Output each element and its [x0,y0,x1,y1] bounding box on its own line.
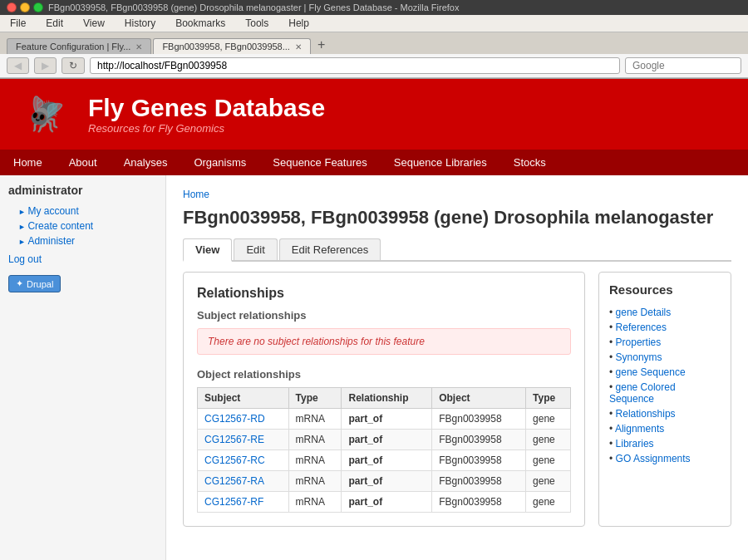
reload-button[interactable]: ↻ [62,57,85,74]
subject-link[interactable]: CG12567-RF [204,496,263,508]
cell-object: FBgn0039958 [432,430,526,450]
subject-relationships-title: Subject relationships [197,309,571,322]
menu-view[interactable]: View [80,17,108,30]
sidebar-link-create-content[interactable]: Create content [8,219,157,233]
drupal-icon: ✦ [16,278,23,289]
content-wrapper: administrator My account Create content … [0,175,748,560]
col-relationship: Relationship [342,388,432,409]
breadcrumb-home[interactable]: Home [183,189,209,200]
sidebar-username: administrator [8,184,157,197]
cell-type: mRNA [288,409,342,430]
cell-otype: gene [526,492,571,513]
col-subject: Subject [198,388,289,409]
site-subtitle: Resources for Fly Genomics [88,122,325,135]
object-relationships-title: Object relationships [197,368,571,381]
menu-tools[interactable]: Tools [242,17,272,30]
resource-link[interactable]: gene Colored Sequence [609,381,676,405]
breadcrumb: Home [183,189,731,200]
sidebar-link-my-account[interactable]: My account [8,204,157,219]
table-row: CG12567-RF mRNA part_of FBgn0039958 gene [198,492,571,513]
menu-help[interactable]: Help [285,17,312,30]
resource-link[interactable]: GO Assignments [616,453,691,464]
resource-link[interactable]: Alignments [615,423,664,435]
maximize-window-button[interactable] [33,2,43,12]
main-nav: Home About Analyses Organisms Sequence F… [0,150,748,175]
cell-object: FBgn0039958 [432,450,526,471]
menu-file[interactable]: File [7,17,29,30]
menu-bar: File Edit View History Bookmarks Tools H… [0,15,748,32]
page-title: FBgn0039958, FBgn0039958 (gene) Drosophi… [183,207,731,228]
nav-sequence-features[interactable]: Sequence Features [259,150,380,175]
cell-relationship: part_of [342,409,432,430]
new-tab-button[interactable]: + [312,36,330,54]
nav-stocks[interactable]: Stocks [500,150,559,175]
list-item: Relationships [609,406,721,421]
sidebar-link-administer[interactable]: Administer [8,233,157,248]
nav-analyses[interactable]: Analyses [111,150,181,175]
table-row: CG12567-RD mRNA part_of FBgn0039958 gene [198,409,571,430]
tab-edit[interactable]: Edit [234,238,277,260]
tab-edit-references[interactable]: Edit References [279,238,381,260]
col-type: Type [288,388,342,409]
nav-home[interactable]: Home [0,150,56,175]
nav-organisms[interactable]: Organisms [180,150,259,175]
menu-bookmarks[interactable]: Bookmarks [172,17,229,30]
tab-2-close[interactable]: ✕ [295,42,302,52]
back-button[interactable]: ◀ [7,57,29,74]
resource-link[interactable]: gene Sequence [616,366,686,378]
table-row: CG12567-RC mRNA part_of FBgn0039958 gene [198,450,571,471]
cell-otype: gene [526,450,571,471]
site-logo: 🪰 [17,87,75,141]
subject-link[interactable]: CG12567-RA [204,475,264,487]
cell-subject: CG12567-RE [198,430,289,450]
close-window-button[interactable] [7,2,17,12]
url-input[interactable] [90,57,620,74]
menu-history[interactable]: History [121,17,159,30]
nav-about[interactable]: About [56,150,111,175]
tab-1[interactable]: Feature Configuration | Fly... ✕ [7,38,151,54]
main-panel: Relationships Subject relationships Ther… [183,272,585,527]
drupal-label: Drupal [27,279,53,289]
menu-edit[interactable]: Edit [42,17,66,30]
no-subject-alert: There are no subject relationships for t… [197,328,571,355]
subject-link[interactable]: CG12567-RE [204,434,264,445]
subject-link[interactable]: CG12567-RD [204,413,265,425]
browser-title: FBgn0039958, FBgn0039958 (gene) Drosophi… [48,2,459,12]
cell-type: mRNA [288,430,342,450]
drupal-button[interactable]: ✦ Drupal [8,275,61,292]
tab-2[interactable]: FBgn0039958, FBgn0039958... ✕ [153,38,311,54]
relationships-table: Subject Type Relationship Object Type CG… [197,387,571,513]
search-input[interactable] [625,57,741,74]
cell-relationship: part_of [342,471,432,492]
cell-relationship: part_of [342,492,432,513]
resource-link[interactable]: References [616,322,667,333]
cell-object: FBgn0039958 [432,492,526,513]
list-item: Properties [609,335,721,350]
cell-type: mRNA [288,492,342,513]
forward-button[interactable]: ▶ [34,57,57,74]
resource-link[interactable]: Libraries [616,438,654,449]
tab-2-label: FBgn0039958, FBgn0039958... [162,42,290,52]
list-item: GO Assignments [609,451,721,466]
tab-1-close[interactable]: ✕ [135,42,142,52]
tab-view[interactable]: View [183,238,232,262]
resources-panel: Resources gene DetailsReferencesProperti… [598,272,731,527]
nav-sequence-libraries[interactable]: Sequence Libraries [381,150,500,175]
resource-link[interactable]: Relationships [616,408,676,420]
resources-title: Resources [609,282,721,297]
resource-link[interactable]: gene Details [616,307,672,318]
subject-link[interactable]: CG12567-RC [204,454,265,466]
minimize-window-button[interactable] [20,2,30,12]
sidebar-logout[interactable]: Log out [8,248,157,268]
col-otype: Type [526,388,571,409]
resources-list: gene DetailsReferencesPropertiesSynonyms… [609,305,721,466]
resource-link[interactable]: Properties [616,336,662,348]
list-item: gene Sequence [609,365,721,380]
window-controls[interactable] [7,2,43,12]
list-item: gene Details [609,305,721,320]
address-bar: ◀ ▶ ↻ [0,54,748,78]
site-header: 🪰 Fly Genes Database Resources for Fly G… [0,79,748,150]
cell-subject: CG12567-RF [198,492,289,513]
list-item: Libraries [609,436,721,451]
resource-link[interactable]: Synonyms [616,351,662,363]
